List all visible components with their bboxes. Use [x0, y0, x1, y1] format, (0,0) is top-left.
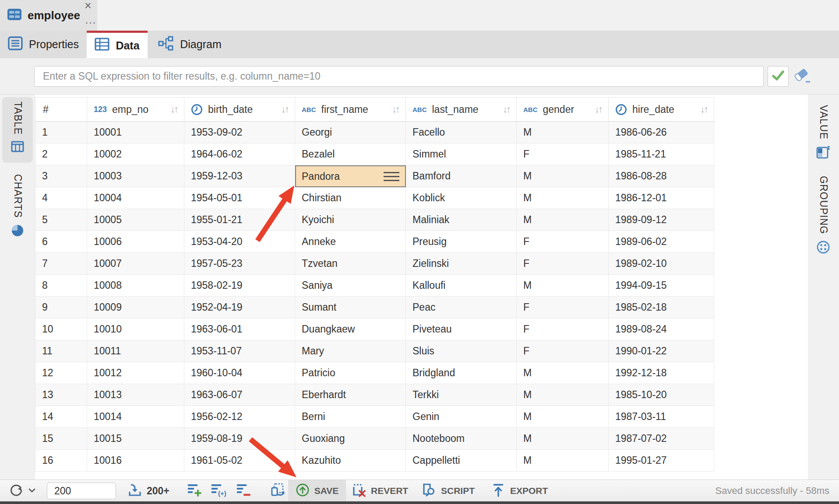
- column-header-hire_date[interactable]: hire_date↓↑: [609, 98, 714, 121]
- sort-toggle-icon[interactable]: ↓↑: [167, 104, 177, 115]
- table-cell[interactable]: 1954-05-01: [184, 187, 295, 209]
- row-number-cell[interactable]: 4: [35, 187, 87, 209]
- table-cell[interactable]: Cappelletti: [406, 450, 517, 472]
- row-number-cell[interactable]: 3: [35, 165, 87, 187]
- table-cell[interactable]: M: [517, 209, 609, 231]
- row-number-cell[interactable]: 7: [35, 253, 87, 275]
- table-cell[interactable]: 10012: [87, 362, 184, 384]
- column-header-birth_date[interactable]: birth_date↓↑: [184, 98, 295, 121]
- table-cell[interactable]: 10006: [87, 231, 184, 253]
- row-number-cell[interactable]: 1: [35, 122, 87, 144]
- eraser-icon[interactable]: [793, 69, 813, 86]
- save-button[interactable]: SAVE: [288, 480, 346, 502]
- column-header-gender[interactable]: ABCgender↓↑: [517, 98, 609, 121]
- export-button[interactable]: EXPORT: [491, 480, 548, 502]
- overflow-menu-icon[interactable]: …: [85, 13, 96, 26]
- table-cell[interactable]: 1952-04-19: [184, 297, 295, 318]
- table-cell[interactable]: F: [517, 318, 609, 340]
- table-cell[interactable]: Guoxiang: [295, 428, 406, 450]
- table-cell[interactable]: 1960-10-04: [184, 362, 295, 384]
- table-cell[interactable]: M: [517, 428, 609, 450]
- table-cell[interactable]: 10008: [87, 275, 184, 297]
- table-cell[interactable]: M: [517, 406, 609, 428]
- table-cell[interactable]: 1963-06-07: [184, 384, 295, 406]
- table-cell[interactable]: Sumant: [295, 297, 406, 318]
- table-cell[interactable]: 1987-07-02: [609, 428, 714, 450]
- add-row-button[interactable]: [187, 480, 202, 502]
- revert-button[interactable]: REVERT: [351, 480, 408, 502]
- row-number-cell[interactable]: 14: [35, 406, 87, 428]
- table-cell[interactable]: Facello: [406, 122, 517, 144]
- script-button[interactable]: SCRIPT: [420, 480, 475, 502]
- table-cell[interactable]: 10014: [87, 406, 184, 428]
- table-cell[interactable]: 1985-11-21: [609, 144, 714, 165]
- fetch-more-button[interactable]: 200+: [128, 480, 169, 502]
- row-number-cell[interactable]: 8: [35, 275, 87, 297]
- sort-toggle-icon[interactable]: ↓↑: [697, 104, 707, 115]
- table-cell[interactable]: 1964-06-02: [184, 144, 295, 165]
- table-cell[interactable]: Maliniak: [406, 209, 517, 231]
- row-number-cell[interactable]: 2: [35, 144, 87, 165]
- panel-tab-value[interactable]: VALUE: [808, 101, 838, 167]
- table-cell[interactable]: 10002: [87, 144, 184, 165]
- tab-data[interactable]: Data: [87, 31, 148, 58]
- table-cell[interactable]: 1953-09-02: [184, 122, 295, 144]
- table-cell[interactable]: M: [517, 187, 609, 209]
- sort-toggle-icon[interactable]: ↓↑: [278, 104, 288, 115]
- table-cell[interactable]: Patricio: [295, 362, 406, 384]
- table-cell[interactable]: 10013: [87, 384, 184, 406]
- table-cell[interactable]: F: [517, 231, 609, 253]
- table-cell[interactable]: 1959-08-19: [184, 428, 295, 450]
- panel-tab-charts[interactable]: CHARTS: [2, 170, 33, 240]
- table-cell[interactable]: 1959-12-03: [184, 165, 295, 187]
- table-cell[interactable]: M: [517, 450, 609, 472]
- column-header-last_name[interactable]: ABClast_name↓↑: [406, 98, 517, 121]
- table-cell[interactable]: Bridgland: [406, 362, 517, 384]
- apply-filter-button[interactable]: [768, 66, 789, 87]
- table-cell[interactable]: Terkki: [406, 384, 517, 406]
- row-number-cell[interactable]: 9: [35, 297, 87, 318]
- table-cell[interactable]: 10010: [87, 318, 184, 340]
- table-cell[interactable]: Kyoichi: [295, 209, 406, 231]
- table-cell[interactable]: 1955-01-21: [184, 209, 295, 231]
- table-cell[interactable]: Nooteboom: [406, 428, 517, 450]
- table-cell[interactable]: 10003: [87, 165, 184, 187]
- row-number-cell[interactable]: 15: [35, 428, 87, 450]
- table-cell[interactable]: Zielinski: [406, 253, 517, 275]
- row-limit-input[interactable]: [47, 483, 116, 499]
- table-cell[interactable]: 1992-12-18: [609, 362, 714, 384]
- table-cell[interactable]: 1995-01-27: [609, 450, 714, 472]
- table-cell[interactable]: 1989-06-02: [609, 231, 714, 253]
- table-cell[interactable]: 1989-02-10: [609, 253, 714, 275]
- row-number-cell[interactable]: 10: [35, 318, 87, 340]
- table-cell[interactable]: 1994-09-15: [609, 275, 714, 297]
- table-cell[interactable]: M: [517, 275, 609, 297]
- table-cell[interactable]: Kalloufi: [406, 275, 517, 297]
- table-cell[interactable]: Duangkaew: [295, 318, 406, 340]
- editor-tab-employee[interactable]: employee × …: [0, 0, 97, 31]
- table-cell[interactable]: 1989-08-24: [609, 318, 714, 340]
- table-cell[interactable]: Chirstian: [295, 187, 406, 209]
- column-header-emp_no[interactable]: 123emp_no↓↑: [87, 98, 184, 121]
- table-cell[interactable]: F: [517, 297, 609, 318]
- row-number-cell[interactable]: 16: [35, 450, 87, 472]
- table-cell[interactable]: Anneke: [295, 231, 406, 253]
- delete-row-button[interactable]: [236, 480, 251, 502]
- table-cell[interactable]: Bamford: [406, 165, 517, 187]
- column-header-first_name[interactable]: ABCfirst_name↓↑: [295, 98, 406, 121]
- table-cell[interactable]: 10015: [87, 428, 184, 450]
- row-number-cell[interactable]: 12: [35, 362, 87, 384]
- duplicate-row-button[interactable]: (+): [211, 480, 226, 502]
- panel-tab-table[interactable]: TABLE: [2, 97, 33, 163]
- sort-toggle-icon[interactable]: ↓↑: [591, 104, 602, 115]
- table-cell[interactable]: M: [517, 122, 609, 144]
- table-cell[interactable]: 10009: [87, 297, 184, 318]
- table-cell[interactable]: 10004: [87, 187, 184, 209]
- table-cell[interactable]: 1961-05-02: [184, 450, 295, 472]
- table-cell[interactable]: Berni: [295, 406, 406, 428]
- sort-toggle-icon[interactable]: ↓↑: [499, 104, 510, 115]
- table-cell[interactable]: 1986-06-26: [609, 122, 714, 144]
- row-number-cell[interactable]: 11: [35, 340, 87, 362]
- table-cell[interactable]: 1990-01-22: [609, 340, 714, 362]
- table-cell[interactable]: Genin: [406, 406, 517, 428]
